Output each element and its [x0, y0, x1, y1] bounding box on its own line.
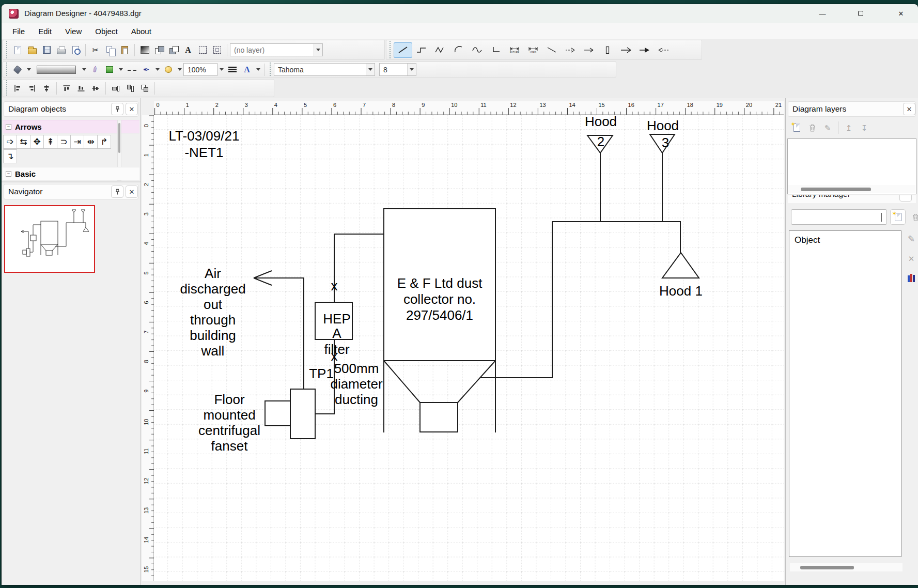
- move-layer-up-button[interactable]: ↥: [841, 120, 857, 135]
- basic-section-header[interactable]: − Basic: [3, 167, 139, 180]
- arrow-chevron-shape-button[interactable]: ⊃: [57, 135, 71, 149]
- minimize-button[interactable]: —: [811, 4, 834, 23]
- library-hscroll-thumb[interactable]: [800, 566, 854, 569]
- arrow-box-right-shape-button[interactable]: ⇥: [70, 135, 84, 149]
- shadow-color-button[interactable]: [161, 63, 176, 77]
- library-combo[interactable]: [791, 209, 887, 225]
- layer-combo-dropdown[interactable]: [314, 44, 322, 56]
- maximize-button[interactable]: [849, 4, 873, 23]
- edit-object-icon[interactable]: ✎: [908, 235, 915, 243]
- diagram-label[interactable]: mounted: [203, 407, 255, 423]
- layers-hscroll-thumb[interactable]: [801, 188, 871, 191]
- same-width-button[interactable]: [108, 81, 123, 96]
- delete-object-icon[interactable]: ✕: [908, 255, 915, 262]
- close-panel-button[interactable]: ✕: [126, 185, 138, 198]
- line-tool-dashed-arrow-left[interactable]: [654, 42, 673, 58]
- diagram-label[interactable]: A: [332, 326, 341, 341]
- bring-to-front-button[interactable]: [152, 43, 166, 57]
- print-button[interactable]: [54, 43, 68, 57]
- align-left-button[interactable]: [10, 81, 25, 96]
- diagram-label[interactable]: x: [331, 278, 338, 293]
- fill-color-button[interactable]: [10, 63, 25, 77]
- font-family-combo[interactable]: Tahoma: [274, 63, 375, 76]
- layer-combo[interactable]: (no layer): [230, 43, 323, 56]
- font-size-combo[interactable]: 8: [379, 63, 416, 76]
- align-top-button[interactable]: [59, 81, 74, 96]
- menu-item-about[interactable]: About: [125, 25, 158, 38]
- line-tool-dimension-uses[interactable]: USES: [524, 42, 542, 58]
- rename-layer-button[interactable]: ✎: [820, 120, 835, 135]
- line-tool-vertical-bar[interactable]: [598, 42, 617, 58]
- paste-button[interactable]: [117, 43, 132, 57]
- align-bottom-button[interactable]: [74, 81, 88, 96]
- line-tool-solid-arrow[interactable]: [635, 42, 654, 58]
- line-tool-dimension-future[interactable]: FUTURE: [505, 42, 524, 58]
- diagram-label[interactable]: fanset: [211, 438, 248, 454]
- line-tool-corner[interactable]: [487, 42, 505, 58]
- diagram-label[interactable]: 500mm: [334, 361, 379, 376]
- zoom-combo-dropdown[interactable]: [217, 63, 225, 77]
- diagram-label[interactable]: diameter: [330, 376, 382, 392]
- style-preview-button[interactable]: [33, 63, 80, 77]
- line-width-button[interactable]: [225, 63, 240, 77]
- pen-color-dropdown[interactable]: [153, 63, 161, 77]
- toolbar-grip[interactable]: [6, 80, 8, 97]
- diagram-label[interactable]: through: [190, 312, 236, 328]
- layers-list-hscroll[interactable]: [788, 185, 915, 193]
- line-tool-dashed-arrow[interactable]: [561, 42, 580, 58]
- diagram-label[interactable]: Hood 1: [659, 283, 703, 299]
- toolbar-grip[interactable]: [389, 40, 392, 59]
- align-center-button[interactable]: [39, 81, 54, 96]
- arrow-left-right-shape-button[interactable]: ⇆: [17, 135, 30, 149]
- format-brush-button[interactable]: ✐: [88, 63, 102, 77]
- align-middle-button[interactable]: [88, 81, 103, 96]
- new-library-button[interactable]: ✶: [890, 209, 906, 225]
- line-tool-segment[interactable]: [542, 42, 561, 58]
- navigator-thumbnail[interactable]: [4, 205, 95, 273]
- font-color-button[interactable]: A: [240, 63, 254, 77]
- diagram-label[interactable]: -NET1: [184, 145, 223, 160]
- shadow-color-dropdown[interactable]: [176, 63, 183, 77]
- menu-item-object[interactable]: Object: [88, 25, 124, 38]
- fan-motor-box[interactable]: [265, 401, 290, 426]
- menu-item-view[interactable]: View: [58, 25, 88, 38]
- collapse-icon[interactable]: −: [6, 124, 11, 130]
- gradient-fill-button[interactable]: [137, 43, 152, 57]
- dash-style-button[interactable]: [125, 63, 139, 77]
- pin-button[interactable]: [111, 103, 123, 115]
- arrow-four-way-shape-button[interactable]: ✥: [30, 135, 44, 149]
- style-preview-dropdown[interactable]: [80, 63, 88, 77]
- new-document-button[interactable]: [10, 43, 25, 57]
- pin-button[interactable]: [111, 185, 123, 198]
- font-color-dropdown[interactable]: [254, 63, 262, 77]
- copy-button[interactable]: [103, 43, 117, 57]
- arrow-corner-up-right-shape-button[interactable]: ↱: [97, 135, 111, 149]
- diagram-label[interactable]: 3: [662, 135, 669, 150]
- zoom-combo[interactable]: 100%: [183, 63, 217, 76]
- library-hscroll[interactable]: [790, 563, 903, 571]
- insert-text-button[interactable]: A: [181, 43, 195, 57]
- diagram-label[interactable]: wall: [201, 343, 225, 359]
- diagram-label[interactable]: 2: [597, 134, 604, 149]
- diagram-label[interactable]: discharged: [180, 281, 245, 297]
- diagram-label[interactable]: LT-03/09/21: [169, 128, 240, 144]
- close-panel-button[interactable]: ✕: [903, 103, 915, 115]
- collapse-icon[interactable]: −: [6, 171, 11, 177]
- diagram-label[interactable]: out: [204, 297, 223, 312]
- diagram-label[interactable]: Hood: [647, 118, 679, 133]
- toolbar-grip[interactable]: [6, 62, 8, 77]
- line-tool-curve[interactable]: [468, 42, 487, 58]
- library-books-icon[interactable]: [908, 274, 915, 282]
- new-layer-button[interactable]: ✶: [789, 120, 804, 135]
- layers-list[interactable]: [787, 138, 916, 194]
- pen-color-button[interactable]: ✒: [139, 63, 153, 77]
- diagram-label[interactable]: ducting: [335, 392, 378, 407]
- open-file-button[interactable]: [25, 43, 39, 57]
- font-family-dropdown[interactable]: [366, 64, 375, 75]
- close-panel-button[interactable]: ✕: [126, 103, 138, 115]
- library-object-list[interactable]: Object: [789, 230, 901, 557]
- fill-color-dropdown[interactable]: [25, 63, 33, 77]
- same-height-button[interactable]: [123, 81, 137, 96]
- arrow-right-shape-button[interactable]: ➩: [3, 135, 17, 149]
- ungroup-button[interactable]: [210, 43, 224, 57]
